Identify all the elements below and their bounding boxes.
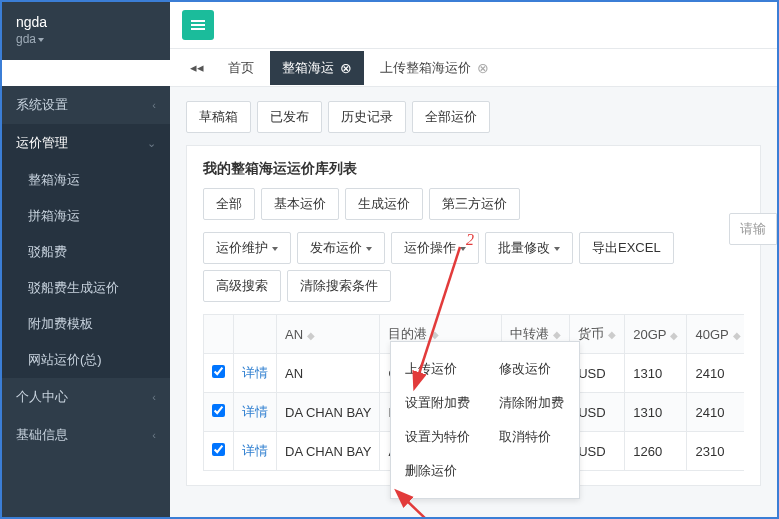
row-checkbox[interactable] bbox=[212, 443, 225, 456]
btn-export-excel[interactable]: 导出EXCEL bbox=[579, 232, 674, 264]
dd-empty bbox=[485, 454, 579, 488]
th-20gp[interactable]: 20GP◆ bbox=[625, 315, 687, 354]
caret-down-icon bbox=[366, 247, 372, 251]
cell-an: DA CHAN BAY bbox=[277, 432, 380, 471]
white-strip bbox=[2, 60, 170, 86]
tab-home[interactable]: 首页 bbox=[216, 51, 266, 85]
content: 草稿箱 已发布 历史记录 全部运价 我的整箱海运运价库列表 全部 基本运价 生成… bbox=[170, 87, 777, 517]
cell-40gp: 2410 bbox=[687, 354, 744, 393]
btn-draft[interactable]: 草稿箱 bbox=[186, 101, 251, 133]
chevron-left-icon: ‹ bbox=[152, 99, 156, 111]
th-an[interactable]: AN◆ bbox=[277, 315, 380, 354]
btn-all-prices[interactable]: 全部运价 bbox=[412, 101, 490, 133]
sidebar-item-freight-manage[interactable]: 运价管理 ⌄ bbox=[2, 124, 170, 162]
btn-maintain[interactable]: 运价维护 bbox=[203, 232, 291, 264]
sort-icon: ◆ bbox=[733, 330, 741, 341]
panel-title: 我的整箱海运运价库列表 bbox=[203, 160, 744, 178]
btn-published[interactable]: 已发布 bbox=[257, 101, 322, 133]
row-checkbox[interactable] bbox=[212, 404, 225, 417]
btn-operate[interactable]: 运价操作 bbox=[391, 232, 479, 264]
filter-generated[interactable]: 生成运价 bbox=[345, 188, 423, 220]
cell-20gp: 1310 bbox=[625, 393, 687, 432]
action-button-row: 运价维护 发布运价 运价操作 批量修改 导出EXCEL 高级搜索 清除搜索条件 bbox=[203, 232, 744, 302]
sidebar-sub-barge-gen[interactable]: 驳船费生成运价 bbox=[2, 270, 170, 306]
dd-clear-surcharge[interactable]: 清除附加费 bbox=[485, 386, 579, 420]
sort-icon: ◆ bbox=[307, 330, 315, 341]
dd-upload-price[interactable]: 上传运价 bbox=[391, 352, 485, 386]
close-icon[interactable]: ⊗ bbox=[477, 60, 489, 76]
caret-down-icon bbox=[554, 247, 560, 251]
topbar bbox=[170, 2, 777, 49]
sidebar-sub-surcharge-tpl[interactable]: 附加费模板 bbox=[2, 306, 170, 342]
sidebar-sub-fcl[interactable]: 整箱海运 bbox=[2, 162, 170, 198]
hamburger-button[interactable] bbox=[182, 10, 214, 40]
sidebar: ngda gda 系统设置 ‹ 运价管理 ⌄ 整箱海运 拼箱海运 驳船费 驳船费… bbox=[2, 2, 170, 517]
th-check bbox=[204, 315, 234, 354]
sidebar-label: 个人中心 bbox=[16, 388, 68, 406]
svg-line-1 bbox=[405, 499, 450, 517]
btn-history[interactable]: 历史记录 bbox=[328, 101, 406, 133]
btn-publish[interactable]: 发布运价 bbox=[297, 232, 385, 264]
detail-link[interactable]: 详情 bbox=[234, 393, 277, 432]
chevron-left-icon: ‹ bbox=[152, 429, 156, 441]
sort-icon: ◆ bbox=[608, 329, 616, 340]
sidebar-sub-lcl[interactable]: 拼箱海运 bbox=[2, 198, 170, 234]
tab-label: 整箱海运 bbox=[282, 59, 334, 77]
tab-label: 首页 bbox=[228, 59, 254, 77]
dd-cancel-special[interactable]: 取消特价 bbox=[485, 420, 579, 454]
sidebar-sub-barge[interactable]: 驳船费 bbox=[2, 234, 170, 270]
chevron-left-icon: ‹ bbox=[152, 391, 156, 403]
top-button-row: 草稿箱 已发布 历史记录 全部运价 bbox=[186, 101, 761, 133]
dd-edit-price[interactable]: 修改运价 bbox=[485, 352, 579, 386]
detail-link[interactable]: 详情 bbox=[234, 354, 277, 393]
sidebar-label: 系统设置 bbox=[16, 96, 68, 114]
filter-thirdparty[interactable]: 第三方运价 bbox=[429, 188, 520, 220]
cell-an: AN bbox=[277, 354, 380, 393]
dd-set-special[interactable]: 设置为特价 bbox=[391, 420, 485, 454]
detail-link[interactable]: 详情 bbox=[234, 432, 277, 471]
chevron-down-icon: ⌄ bbox=[147, 137, 156, 150]
filter-all[interactable]: 全部 bbox=[203, 188, 255, 220]
brand-sub[interactable]: gda bbox=[16, 32, 156, 46]
tab-fcl[interactable]: 整箱海运⊗ bbox=[270, 51, 364, 85]
cell-an: DA CHAN BAY bbox=[277, 393, 380, 432]
th-detail bbox=[234, 315, 277, 354]
search-input-hint[interactable]: 请输 bbox=[729, 213, 777, 245]
filter-tab-row: 全部 基本运价 生成运价 第三方运价 bbox=[203, 188, 744, 220]
tab-label: 上传整箱海运价 bbox=[380, 59, 471, 77]
sidebar-item-personal[interactable]: 个人中心 ‹ bbox=[2, 378, 170, 416]
sort-icon: ◆ bbox=[431, 329, 439, 340]
btn-batch-edit[interactable]: 批量修改 bbox=[485, 232, 573, 264]
row-checkbox[interactable] bbox=[212, 365, 225, 378]
btn-clear-search[interactable]: 清除搜索条件 bbox=[287, 270, 391, 302]
caret-down-icon bbox=[460, 247, 466, 251]
sidebar-sub-site-price[interactable]: 网站运价(总) bbox=[2, 342, 170, 378]
th-40gp[interactable]: 40GP◆ bbox=[687, 315, 744, 354]
brand-title: ngda bbox=[16, 14, 156, 30]
sort-icon: ◆ bbox=[670, 330, 678, 341]
hamburger-icon bbox=[191, 24, 205, 26]
cell-40gp: 2310 bbox=[687, 432, 744, 471]
main-area: ◂◂ 首页 整箱海运⊗ 上传整箱海运价⊗ 草稿箱 已发布 历史记录 全部运价 我… bbox=[170, 2, 777, 517]
cell-20gp: 1310 bbox=[625, 354, 687, 393]
filter-basic[interactable]: 基本运价 bbox=[261, 188, 339, 220]
dd-delete-price[interactable]: 删除运价 bbox=[391, 454, 485, 488]
brand-block: ngda gda bbox=[2, 2, 170, 52]
cell-20gp: 1260 bbox=[625, 432, 687, 471]
sort-icon: ◆ bbox=[553, 329, 561, 340]
sidebar-item-system-settings[interactable]: 系统设置 ‹ bbox=[2, 86, 170, 124]
tab-upload-fcl[interactable]: 上传整箱海运价⊗ bbox=[368, 51, 501, 85]
sidebar-label: 运价管理 bbox=[16, 134, 68, 152]
btn-adv-search[interactable]: 高级搜索 bbox=[203, 270, 281, 302]
cell-40gp: 2410 bbox=[687, 393, 744, 432]
sidebar-item-basicinfo[interactable]: 基础信息 ‹ bbox=[2, 416, 170, 454]
tabbar: ◂◂ 首页 整箱海运⊗ 上传整箱海运价⊗ bbox=[170, 49, 777, 87]
caret-down-icon bbox=[272, 247, 278, 251]
operate-dropdown: 上传运价 修改运价 设置附加费 清除附加费 设置为特价 取消特价 删除运价 bbox=[390, 341, 580, 499]
sidebar-label: 基础信息 bbox=[16, 426, 68, 444]
caret-down-icon bbox=[38, 38, 44, 42]
close-icon[interactable]: ⊗ bbox=[340, 60, 352, 76]
dd-set-surcharge[interactable]: 设置附加费 bbox=[391, 386, 485, 420]
sidebar-submenu: 整箱海运 拼箱海运 驳船费 驳船费生成运价 附加费模板 网站运价(总) bbox=[2, 162, 170, 378]
tabs-rewind-button[interactable]: ◂◂ bbox=[182, 60, 212, 75]
